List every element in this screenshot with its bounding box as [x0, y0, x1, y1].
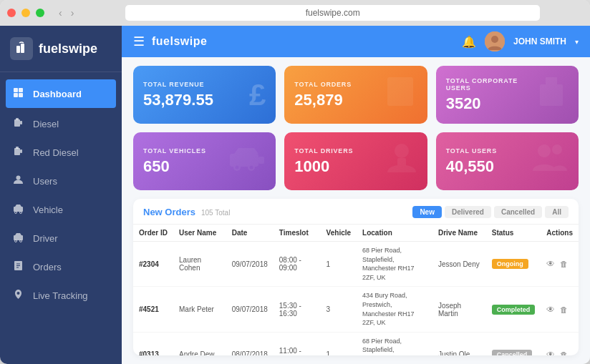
cell-vehicle: 1 — [321, 242, 357, 287]
vehicle-icon — [11, 203, 24, 216]
user-menu-chevron[interactable]: ▾ — [575, 38, 579, 46]
vehicles-icon — [228, 145, 266, 177]
table-header-row: Order ID User Name Date Timeslot Vehicle… — [133, 225, 579, 242]
users-label: Users — [33, 176, 57, 187]
forward-button[interactable]: › — [68, 6, 77, 20]
minimize-dot[interactable] — [21, 9, 30, 17]
browser-titlebar: ‹ › fuelswipe.com — [0, 0, 590, 26]
revenue-icon: £ — [249, 78, 266, 112]
svg-point-15 — [19, 212, 21, 214]
svg-point-14 — [14, 212, 16, 214]
sidebar-item-vehicle[interactable]: Vehicle — [0, 195, 122, 224]
filter-delivered[interactable]: Delivered — [445, 206, 491, 218]
view-action-btn[interactable]: 👁 — [546, 350, 555, 355]
svg-rect-33 — [553, 90, 558, 96]
total-users-label: TOTAL USERS — [446, 147, 497, 154]
svg-rect-31 — [546, 77, 557, 86]
vehicle-label: Vehicle — [33, 205, 63, 215]
drivers-value: 1000 — [294, 157, 353, 176]
maximize-dot[interactable] — [36, 9, 44, 17]
users-icon — [11, 174, 24, 187]
svg-point-17 — [14, 240, 16, 242]
view-action-btn[interactable]: 👁 — [546, 305, 555, 315]
logo-icon — [10, 37, 33, 60]
sidebar-item-users[interactable]: Users — [0, 167, 122, 195]
svg-point-40 — [250, 166, 253, 169]
driver-icon — [11, 232, 24, 245]
sidebar-logo: fuelswipe — [0, 26, 122, 72]
svg-rect-2 — [14, 88, 18, 92]
corporate-label: TOTAL CORPORATE USERS — [446, 77, 534, 92]
svg-point-18 — [19, 240, 21, 242]
cell-location: 68 Pier Road, Staplefield, Manchester RH… — [357, 242, 432, 287]
table-row: #4521 Mark Peter 09/07/2018 15:30 - 16:3… — [133, 287, 579, 332]
sidebar-item-dashboard[interactable]: Dashboard — [6, 79, 116, 108]
svg-point-39 — [236, 166, 239, 169]
filter-cancelled[interactable]: Cancelled — [494, 206, 542, 218]
sidebar-navigation: Dashboard Diesel — [0, 72, 122, 315]
col-timeslot: Timeslot — [274, 225, 321, 242]
table-title-group: New Orders 105 Total — [143, 207, 230, 217]
svg-point-41 — [395, 144, 409, 158]
cell-timeslot: 11:00 - 12:00 — [274, 332, 321, 355]
delete-action-btn[interactable]: 🗑 — [560, 260, 568, 268]
col-user-name: User Name — [173, 225, 226, 242]
filter-new[interactable]: New — [412, 206, 442, 218]
svg-rect-13 — [14, 207, 23, 212]
svg-rect-42 — [397, 158, 406, 169]
svg-rect-11 — [16, 147, 19, 149]
cell-user-name: Lauren Cohen — [173, 242, 226, 287]
total-users-icon — [531, 142, 569, 180]
view-action-btn[interactable]: 👁 — [546, 259, 555, 269]
filter-all[interactable]: All — [545, 206, 569, 218]
svg-rect-0 — [16, 46, 20, 53]
cell-actions: 👁 🗑 — [541, 287, 579, 332]
sidebar-item-driver[interactable]: Driver — [0, 224, 122, 252]
address-bar[interactable]: fuelswipe.com — [125, 5, 540, 21]
svg-rect-5 — [19, 93, 23, 97]
browser-nav-buttons: ‹ › — [56, 6, 77, 20]
cell-order-id: #2304 — [133, 242, 173, 287]
svg-rect-6 — [14, 119, 20, 127]
cell-driver: Joseph Martin — [432, 287, 486, 332]
top-navigation: ☰ fuelswipe 🔔 JOHN SMITH ▾ — [122, 26, 590, 57]
main-content: ☰ fuelswipe 🔔 JOHN SMITH ▾ — [122, 26, 590, 364]
corporate-icon — [534, 74, 569, 115]
url-text: fuelswipe.com — [306, 8, 360, 18]
sidebar-item-diesel[interactable]: Diesel — [0, 109, 122, 138]
close-dot[interactable] — [7, 9, 16, 17]
col-date: Date — [226, 225, 274, 242]
col-order-id: Order ID — [133, 225, 173, 242]
driver-label: Driver — [33, 233, 58, 244]
stat-card-corporate: TOTAL CORPORATE USERS 3520 — [436, 66, 579, 124]
sidebar-item-live-tracking[interactable]: Live Tracking — [0, 281, 122, 310]
col-location: Location — [357, 225, 432, 242]
sidebar-item-red-diesel[interactable]: Red Diesel — [0, 138, 122, 167]
delete-action-btn[interactable]: 🗑 — [560, 305, 568, 314]
status-badge: Ongoing — [492, 259, 528, 269]
sidebar-item-orders[interactable]: Orders — [0, 252, 122, 281]
svg-point-23 — [16, 292, 19, 295]
topnav-right: 🔔 JOHN SMITH ▾ — [462, 31, 579, 51]
stat-card-orders: TOTAL ORDERS 25,879 — [284, 66, 427, 124]
back-button[interactable]: ‹ — [56, 6, 65, 20]
cell-date: 09/07/2018 — [226, 287, 274, 332]
bell-icon[interactable]: 🔔 — [462, 35, 476, 49]
cell-timeslot: 15:30 - 16:30 — [274, 287, 321, 332]
cell-vehicle: 1 — [321, 332, 357, 355]
revenue-value: 53,879.55 — [143, 91, 213, 109]
user-name: JOHN SMITH — [513, 36, 566, 46]
hamburger-icon[interactable]: ☰ — [133, 34, 145, 49]
dashboard-icon — [11, 87, 24, 100]
orders-label: Orders — [33, 262, 62, 272]
total-users-value: 40,550 — [446, 157, 497, 176]
stat-card-drivers: TOTAL DRIVERS 1000 — [284, 132, 427, 190]
cell-location: 434 Bury Road, Prestwich, Manchester RH1… — [357, 287, 432, 332]
delete-action-btn[interactable]: 🗑 — [560, 350, 568, 355]
cell-date: 09/07/2018 — [226, 242, 274, 287]
svg-rect-8 — [16, 118, 19, 120]
browser-window: ‹ › fuelswipe.com fuelswipe — [0, 0, 590, 364]
cell-order-id: #4521 — [133, 287, 173, 332]
svg-rect-16 — [14, 235, 23, 240]
svg-point-44 — [552, 144, 562, 154]
